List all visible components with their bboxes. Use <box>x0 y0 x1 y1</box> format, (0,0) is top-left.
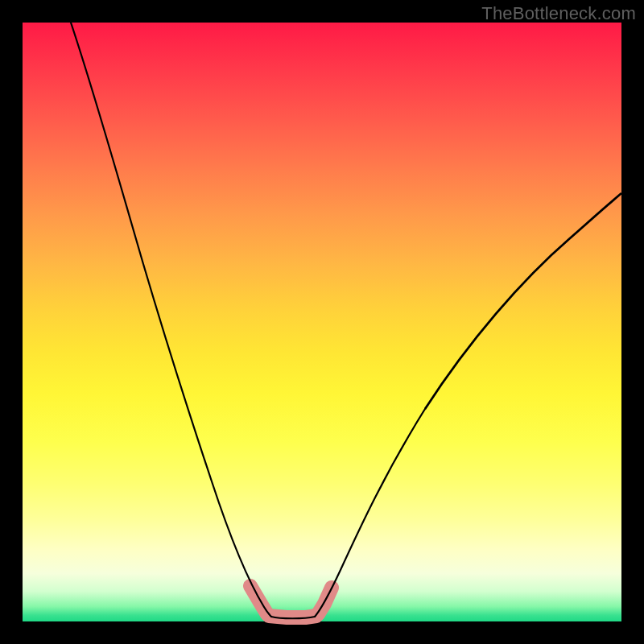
chart-area <box>23 23 621 621</box>
watermark-text: TheBottleneck.com <box>481 3 636 24</box>
chart-svg <box>23 23 621 621</box>
curve-right-branch-upper <box>425 193 621 409</box>
curve-left-branch <box>71 23 271 617</box>
chart-frame: TheBottleneck.com <box>0 0 644 644</box>
